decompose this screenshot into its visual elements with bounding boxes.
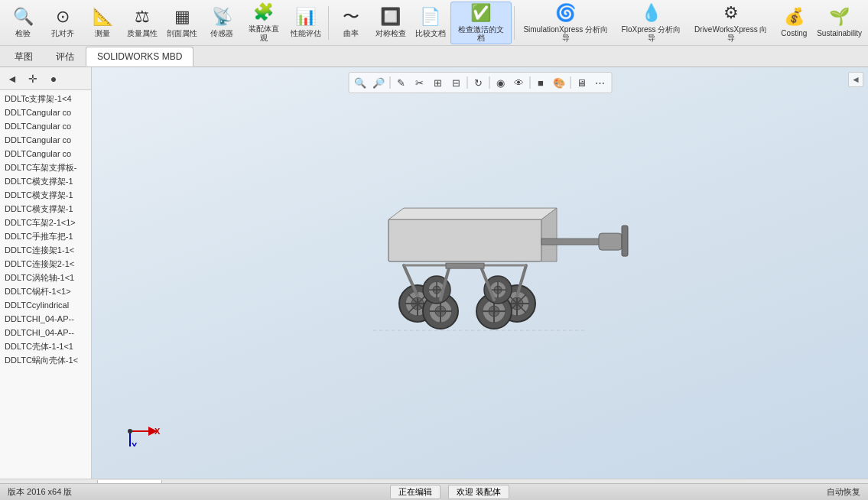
zhiliang-icon: ⚖ xyxy=(135,7,150,27)
vt-sep1 xyxy=(389,76,390,89)
vt-display[interactable]: ■ xyxy=(532,74,549,91)
celiang-icon: 📐 xyxy=(93,7,113,27)
tool-duibi[interactable]: 🔲 对称检查 xyxy=(371,2,411,44)
tool-jiancha[interactable]: ✅ 检查激活的文档 xyxy=(450,2,512,44)
tool-jianjian[interactable]: 🔍 检验 xyxy=(3,2,43,44)
tree-item[interactable]: DDLTCcylindrical xyxy=(0,298,91,312)
vt-cut[interactable]: ✂ xyxy=(411,74,427,91)
tool-peizhi[interactable]: 🧩 装配体直观 xyxy=(242,2,286,44)
separator2 xyxy=(514,6,515,40)
status-center: 正在编辑 欢迎 装配体 xyxy=(390,485,509,499)
tool-costing[interactable]: 💰 Costing xyxy=(774,2,814,44)
vt-sep4 xyxy=(529,76,530,89)
tree-item[interactable]: DDLTC涡轮轴-1<1 xyxy=(0,271,91,284)
separator1 xyxy=(328,6,329,40)
ganying-icon: 📡 xyxy=(212,7,232,27)
tab-pinggu[interactable]: 评估 xyxy=(44,47,86,67)
tool-qulv[interactable]: 〜 曲率 xyxy=(331,2,371,44)
floXpress-icon: 💧 xyxy=(641,3,662,23)
tree-item[interactable]: DDLTc支撑架-1<4 xyxy=(0,92,91,106)
vt-sep3 xyxy=(489,76,489,89)
vt-search1[interactable]: 🔍 xyxy=(352,74,369,91)
qulv-icon: 〜 xyxy=(343,7,359,27)
vt-sep2 xyxy=(467,76,467,89)
vt-rotate[interactable]: ↻ xyxy=(470,74,486,91)
simulation-icon: 🌀 xyxy=(555,3,576,23)
tool-sustainability[interactable]: 🌱 Sustainability xyxy=(814,2,865,44)
main-toolbar: 🔍 检验 ⊙ 孔对齐 📐 测量 ⚖ 质量属性 ▦ 剖面属性 📡 传感器 🧩 装配… xyxy=(0,0,868,46)
tab-bar: 草图 评估 SOLIDWORKS MBD xyxy=(0,46,868,67)
tool-celiang[interactable]: 📐 测量 xyxy=(83,2,122,44)
tree-item[interactable]: DDLTC锅杆-1<1> xyxy=(0,284,91,298)
component-tree: DDLTc支撑架-1<4DDLTCangular coDDLTCangular … xyxy=(0,90,91,479)
status-right: 自动恢复 xyxy=(827,486,860,498)
tree-item[interactable]: DDLTC壳体-1-1<1 xyxy=(0,339,91,353)
tree-item[interactable]: DDLTC连接架2-1< xyxy=(0,257,91,271)
tree-item[interactable]: DDLTCangular co xyxy=(0,133,91,147)
svg-rect-5 xyxy=(622,226,628,256)
svg-rect-4 xyxy=(599,233,622,250)
jianjian-icon: 🔍 xyxy=(13,7,34,27)
left-panel: ◄ ✛ ● DDLTc支撑架-1<4DDLTCangular coDDLTCan… xyxy=(0,67,92,479)
vt-color[interactable]: 🎨 xyxy=(551,74,567,91)
kongduiqi-icon: ⊙ xyxy=(56,7,70,27)
version-text: 版本 2016 x64 版 xyxy=(8,486,72,498)
tree-item[interactable]: DDLTC横支撑架-1 xyxy=(0,202,91,216)
status-left: 版本 2016 x64 版 xyxy=(8,486,72,498)
vt-monitor[interactable]: 🖥 xyxy=(573,74,590,91)
tree-item[interactable]: DDLTCangular co xyxy=(0,119,91,133)
tool-kongduiqi[interactable]: ⊙ 孔对齐 xyxy=(43,2,83,44)
tree-item[interactable]: DDLTCangular co xyxy=(0,106,91,119)
left-tool-circle[interactable]: ● xyxy=(44,70,63,88)
peizhi-icon: 🧩 xyxy=(253,2,274,22)
left-toolbar: ◄ ✛ ● xyxy=(0,67,91,90)
vt-view[interactable]: ◉ xyxy=(492,74,509,91)
tree-item[interactable]: DDLTC横支撑架-1 xyxy=(0,174,91,188)
vt-search2[interactable]: 🔎 xyxy=(370,74,387,91)
viewport[interactable]: 🔍 🔎 ✎ ✂ ⊞ ⊟ ↻ ◉ 👁 ■ 🎨 🖥 ⋯ ◄ xyxy=(92,67,868,479)
tree-item[interactable]: DDLTCHI_04-AP-- xyxy=(0,326,91,339)
vt-eye[interactable]: 👁 xyxy=(510,74,527,91)
tool-bijiao[interactable]: 📄 比较文档 xyxy=(411,2,450,44)
left-tool-arrow[interactable]: ◄ xyxy=(3,70,21,88)
autosave-text: 自动恢复 xyxy=(827,486,860,498)
left-tool-crosshair[interactable]: ✛ xyxy=(24,70,42,88)
svg-rect-0 xyxy=(388,219,541,261)
tool-simulation[interactable]: 🌀 SimulationXpress 分析向导 xyxy=(517,2,615,44)
vt-zoom-out[interactable]: ⊟ xyxy=(447,74,464,91)
xingneng-icon: 📊 xyxy=(295,7,316,27)
tab-caotu[interactable]: 草图 xyxy=(3,47,44,67)
vt-edit[interactable]: ✎ xyxy=(392,74,409,91)
status-editing[interactable]: 正在编辑 xyxy=(390,485,441,499)
tree-item[interactable]: DDLTCangular co xyxy=(0,147,91,161)
tool-floXpress[interactable]: 💧 FloXpress 分析向导 xyxy=(615,2,688,44)
tree-item[interactable]: DDLTC车架2-1<1> xyxy=(0,216,91,229)
status-welcome[interactable]: 欢迎 装配体 xyxy=(448,485,509,499)
tree-item[interactable]: DDLTCHI_04-AP-- xyxy=(0,312,91,326)
vt-grid[interactable]: ⊞ xyxy=(429,74,446,91)
tab-solidworks-mbd[interactable]: SOLIDWORKS MBD xyxy=(86,47,193,67)
tool-ganying[interactable]: 📡 传感器 xyxy=(202,2,242,44)
tree-item[interactable]: DDLTC连接架1-1< xyxy=(0,243,91,257)
svg-text:Y: Y xyxy=(132,441,138,446)
collapse-button[interactable]: ◄ xyxy=(848,72,863,87)
tree-item[interactable]: DDLTC横支撑架-1 xyxy=(0,188,91,202)
tree-item[interactable]: DDLTC手推车把-1 xyxy=(0,229,91,243)
viewport-toolbar: 🔍 🔎 ✎ ✂ ⊞ ⊟ ↻ ◉ 👁 ■ 🎨 🖥 ⋯ xyxy=(348,72,612,93)
tree-item[interactable]: DDLTC车架支撑板- xyxy=(0,161,91,174)
svg-rect-46 xyxy=(446,263,484,268)
vt-more[interactable]: ⋯ xyxy=(591,74,608,91)
driveWorksXpress-icon: ⚙ xyxy=(723,3,739,23)
svg-point-52 xyxy=(128,429,132,433)
tool-xingneng[interactable]: 📊 性能评估 xyxy=(286,2,326,44)
vt-sep5 xyxy=(570,76,571,89)
tool-driveWorksXpress[interactable]: ⚙ DriveWorksXpress 向导 xyxy=(688,2,774,44)
main-area: ◄ ✛ ● DDLTc支撑架-1<4DDLTCangular coDDLTCan… xyxy=(0,67,868,479)
costing-icon: 💰 xyxy=(784,7,805,27)
svg-rect-3 xyxy=(541,239,606,245)
tool-zhiliangpinggu[interactable]: ⚖ 质量属性 xyxy=(122,2,162,44)
duibi-icon: 🔲 xyxy=(380,7,401,27)
tree-item[interactable]: DDLTC蜗向壳体-1< xyxy=(0,353,91,367)
svg-text:X: X xyxy=(154,427,161,436)
tool-jianmian[interactable]: ▦ 剖面属性 xyxy=(162,2,202,44)
